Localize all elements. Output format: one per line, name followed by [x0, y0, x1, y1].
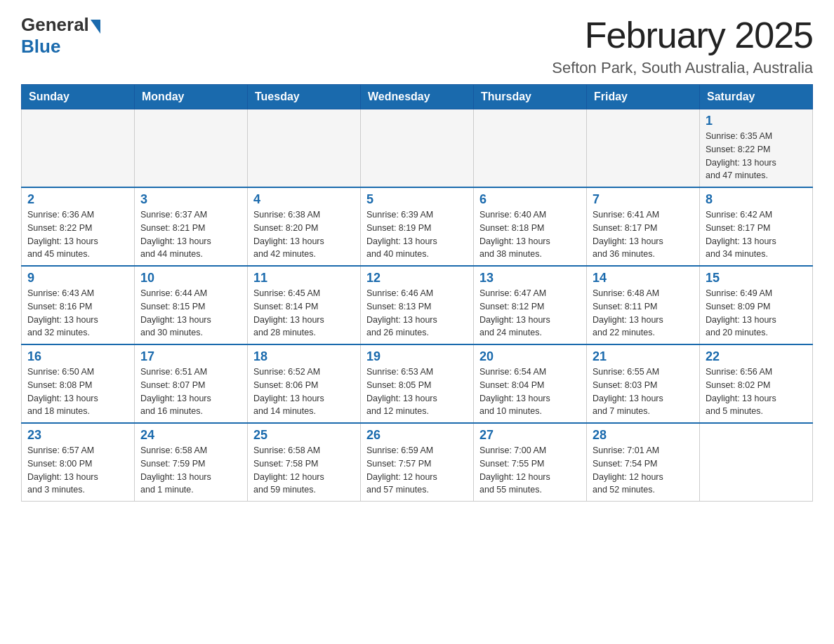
day-number: 11: [253, 271, 355, 286]
day-info: Sunrise: 6:41 AM Sunset: 8:17 PM Dayligh…: [593, 208, 694, 261]
day-info: Sunrise: 6:59 AM Sunset: 7:57 PM Dayligh…: [366, 444, 468, 497]
day-info: Sunrise: 6:50 AM Sunset: 8:08 PM Dayligh…: [27, 365, 128, 418]
day-info: Sunrise: 7:00 AM Sunset: 7:55 PM Dayligh…: [479, 444, 581, 497]
day-cell: 5Sunrise: 6:39 AM Sunset: 8:19 PM Daylig…: [361, 187, 474, 266]
day-cell: [700, 423, 813, 502]
day-number: 7: [593, 192, 694, 207]
calendar-subtitle: Sefton Park, South Australia, Australia: [552, 59, 813, 77]
day-cell: 22Sunrise: 6:56 AM Sunset: 8:02 PM Dayli…: [700, 344, 813, 423]
day-cell: 3Sunrise: 6:37 AM Sunset: 8:21 PM Daylig…: [135, 187, 248, 266]
logo: General Blue: [21, 14, 100, 58]
header-day-sunday: Sunday: [22, 85, 135, 109]
day-cell: 2Sunrise: 6:36 AM Sunset: 8:22 PM Daylig…: [22, 187, 135, 266]
week-row-4: 16Sunrise: 6:50 AM Sunset: 8:08 PM Dayli…: [22, 344, 813, 423]
day-cell: 19Sunrise: 6:53 AM Sunset: 8:05 PM Dayli…: [361, 344, 474, 423]
week-row-3: 9Sunrise: 6:43 AM Sunset: 8:16 PM Daylig…: [22, 266, 813, 344]
header-day-saturday: Saturday: [700, 85, 813, 109]
week-row-1: 1Sunrise: 6:35 AM Sunset: 8:22 PM Daylig…: [22, 109, 813, 188]
day-cell: [135, 109, 248, 188]
header-day-tuesday: Tuesday: [248, 85, 361, 109]
title-area: February 2025 Sefton Park, South Austral…: [552, 14, 813, 77]
day-number: 1: [706, 114, 807, 128]
day-info: Sunrise: 6:43 AM Sunset: 8:16 PM Dayligh…: [27, 287, 128, 340]
day-number: 14: [593, 271, 694, 286]
day-cell: 11Sunrise: 6:45 AM Sunset: 8:14 PM Dayli…: [248, 266, 361, 344]
day-number: 2: [27, 192, 128, 207]
day-number: 25: [253, 428, 355, 443]
day-number: 17: [140, 349, 241, 364]
day-info: Sunrise: 6:39 AM Sunset: 8:19 PM Dayligh…: [366, 208, 468, 261]
day-info: Sunrise: 6:47 AM Sunset: 8:12 PM Dayligh…: [479, 287, 581, 340]
day-number: 5: [366, 192, 468, 207]
day-cell: 1Sunrise: 6:35 AM Sunset: 8:22 PM Daylig…: [700, 109, 813, 188]
week-row-2: 2Sunrise: 6:36 AM Sunset: 8:22 PM Daylig…: [22, 187, 813, 266]
day-number: 12: [366, 271, 468, 286]
day-number: 18: [253, 349, 355, 364]
day-info: Sunrise: 6:42 AM Sunset: 8:17 PM Dayligh…: [706, 208, 807, 261]
day-info: Sunrise: 6:51 AM Sunset: 8:07 PM Dayligh…: [140, 365, 241, 418]
day-info: Sunrise: 6:48 AM Sunset: 8:11 PM Dayligh…: [593, 287, 694, 340]
day-cell: 14Sunrise: 6:48 AM Sunset: 8:11 PM Dayli…: [587, 266, 700, 344]
day-cell: [361, 109, 474, 188]
day-cell: [248, 109, 361, 188]
day-info: Sunrise: 6:35 AM Sunset: 8:22 PM Dayligh…: [706, 130, 807, 182]
day-cell: 9Sunrise: 6:43 AM Sunset: 8:16 PM Daylig…: [22, 266, 135, 344]
day-number: 15: [706, 271, 807, 286]
day-number: 8: [706, 192, 807, 207]
week-row-5: 23Sunrise: 6:57 AM Sunset: 8:00 PM Dayli…: [22, 423, 813, 502]
day-info: Sunrise: 6:57 AM Sunset: 8:00 PM Dayligh…: [27, 444, 128, 497]
day-cell: 27Sunrise: 7:00 AM Sunset: 7:55 PM Dayli…: [474, 423, 587, 502]
header-row: SundayMondayTuesdayWednesdayThursdayFrid…: [22, 85, 813, 109]
calendar-table: SundayMondayTuesdayWednesdayThursdayFrid…: [21, 84, 813, 502]
day-info: Sunrise: 6:46 AM Sunset: 8:13 PM Dayligh…: [366, 287, 468, 340]
day-number: 16: [27, 349, 128, 364]
day-info: Sunrise: 6:58 AM Sunset: 7:59 PM Dayligh…: [140, 444, 241, 497]
day-info: Sunrise: 6:58 AM Sunset: 7:58 PM Dayligh…: [253, 444, 355, 497]
day-cell: 10Sunrise: 6:44 AM Sunset: 8:15 PM Dayli…: [135, 266, 248, 344]
day-number: 27: [479, 428, 581, 443]
day-cell: [22, 109, 135, 188]
day-cell: 17Sunrise: 6:51 AM Sunset: 8:07 PM Dayli…: [135, 344, 248, 423]
day-cell: 26Sunrise: 6:59 AM Sunset: 7:57 PM Dayli…: [361, 423, 474, 502]
day-info: Sunrise: 6:49 AM Sunset: 8:09 PM Dayligh…: [706, 287, 807, 340]
day-cell: 24Sunrise: 6:58 AM Sunset: 7:59 PM Dayli…: [135, 423, 248, 502]
day-cell: 4Sunrise: 6:38 AM Sunset: 8:20 PM Daylig…: [248, 187, 361, 266]
calendar-body: 1Sunrise: 6:35 AM Sunset: 8:22 PM Daylig…: [22, 109, 813, 502]
day-cell: [474, 109, 587, 188]
page-header: General Blue February 2025 Sefton Park, …: [21, 14, 813, 77]
day-cell: 25Sunrise: 6:58 AM Sunset: 7:58 PM Dayli…: [248, 423, 361, 502]
day-cell: 12Sunrise: 6:46 AM Sunset: 8:13 PM Dayli…: [361, 266, 474, 344]
day-cell: 23Sunrise: 6:57 AM Sunset: 8:00 PM Dayli…: [22, 423, 135, 502]
day-number: 21: [593, 349, 694, 364]
day-cell: 18Sunrise: 6:52 AM Sunset: 8:06 PM Dayli…: [248, 344, 361, 423]
day-number: 10: [140, 271, 241, 286]
calendar-header: SundayMondayTuesdayWednesdayThursdayFrid…: [22, 85, 813, 109]
day-number: 9: [27, 271, 128, 286]
day-cell: 28Sunrise: 7:01 AM Sunset: 7:54 PM Dayli…: [587, 423, 700, 502]
day-cell: [587, 109, 700, 188]
day-number: 24: [140, 428, 241, 443]
header-day-thursday: Thursday: [474, 85, 587, 109]
header-day-friday: Friday: [587, 85, 700, 109]
day-number: 22: [706, 349, 807, 364]
day-number: 3: [140, 192, 241, 207]
calendar-title: February 2025: [552, 14, 813, 56]
day-number: 23: [27, 428, 128, 443]
day-cell: 21Sunrise: 6:55 AM Sunset: 8:03 PM Dayli…: [587, 344, 700, 423]
day-number: 4: [253, 192, 355, 207]
day-info: Sunrise: 6:55 AM Sunset: 8:03 PM Dayligh…: [593, 365, 694, 418]
day-info: Sunrise: 6:56 AM Sunset: 8:02 PM Dayligh…: [706, 365, 807, 418]
day-info: Sunrise: 6:38 AM Sunset: 8:20 PM Dayligh…: [253, 208, 355, 261]
day-cell: 16Sunrise: 6:50 AM Sunset: 8:08 PM Dayli…: [22, 344, 135, 423]
day-number: 19: [366, 349, 468, 364]
day-cell: 15Sunrise: 6:49 AM Sunset: 8:09 PM Dayli…: [700, 266, 813, 344]
day-number: 6: [479, 192, 581, 207]
day-number: 26: [366, 428, 468, 443]
day-cell: 6Sunrise: 6:40 AM Sunset: 8:18 PM Daylig…: [474, 187, 587, 266]
logo-blue-text: Blue: [21, 36, 60, 58]
day-cell: 7Sunrise: 6:41 AM Sunset: 8:17 PM Daylig…: [587, 187, 700, 266]
day-info: Sunrise: 6:54 AM Sunset: 8:04 PM Dayligh…: [479, 365, 581, 418]
day-info: Sunrise: 6:36 AM Sunset: 8:22 PM Dayligh…: [27, 208, 128, 261]
logo-arrow-icon: [91, 20, 100, 34]
logo-general-text: General: [21, 14, 89, 36]
